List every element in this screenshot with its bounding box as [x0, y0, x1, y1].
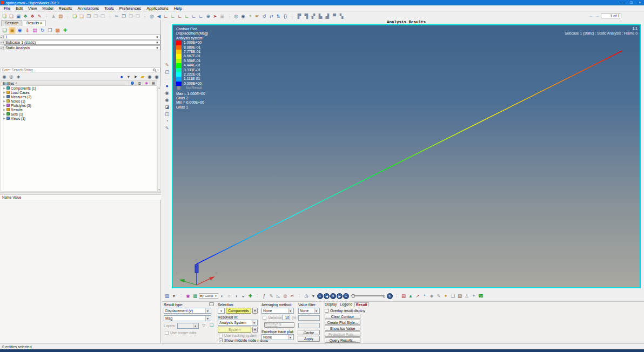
- support-phone-icon[interactable]: ☎: [478, 293, 484, 299]
- organize-icon[interactable]: ❖: [22, 13, 29, 19]
- iso-toggle-icon[interactable]: ▲: [407, 293, 414, 299]
- expand-caret-icon[interactable]: ▶: [3, 117, 5, 120]
- variation-value-field[interactable]: [282, 315, 290, 320]
- tree-scrollbar[interactable]: ▲▼: [157, 86, 161, 192]
- save-session-icon[interactable]: ❏: [8, 13, 15, 19]
- subcase-combo[interactable]: Subcase 1 (static)▼: [4, 40, 160, 45]
- tree-item-load-cases[interactable]: ▶ Load Cases: [1, 90, 157, 94]
- append-results-icon[interactable]: ✚: [62, 27, 69, 34]
- page-edit-icon[interactable]: ✎: [164, 62, 170, 68]
- spring-node-marker[interactable]: [195, 265, 198, 273]
- screen-grab-icon[interactable]: ◎: [149, 13, 155, 19]
- section-cut-icon[interactable]: ✂: [289, 293, 296, 299]
- refresh-results-icon[interactable]: ↻: [39, 27, 46, 34]
- pan-icon[interactable]: ☛: [254, 13, 260, 19]
- view-front-icon[interactable]: ∟: [163, 13, 169, 19]
- add-page-icon[interactable]: ❏: [71, 13, 78, 19]
- value-filter-min-field[interactable]: [298, 315, 320, 321]
- slider-handle[interactable]: [352, 294, 354, 298]
- tile-horizontal-icon[interactable]: ▛: [296, 13, 303, 19]
- view-back-icon[interactable]: ∟: [170, 13, 176, 19]
- clock-dropdown-icon[interactable]: ▾: [310, 293, 317, 299]
- view-left-icon[interactable]: ∟: [177, 13, 183, 19]
- tree-item-measures[interactable]: ▶ Measures (2): [1, 94, 157, 99]
- rotate-icon[interactable]: ↺: [261, 13, 267, 19]
- tree-item-plotstyles[interactable]: ▶ Plotstyles (3): [1, 103, 157, 107]
- search-icon[interactable]: [153, 69, 156, 71]
- exploded-view-icon[interactable]: ✦: [442, 293, 449, 299]
- element-color-icon[interactable]: ◑: [233, 293, 239, 299]
- expand-caret-icon[interactable]: ▶: [3, 108, 5, 111]
- apply-button[interactable]: Apply: [298, 336, 320, 342]
- close-button[interactable]: ×: [635, 0, 644, 5]
- separator[interactable]: ⋮: [289, 13, 296, 19]
- show-midside-checkbox[interactable]: ✓: [219, 339, 223, 342]
- expand-caret-icon[interactable]: ▶: [3, 112, 5, 116]
- page-combo[interactable]: 1▼: [4, 35, 160, 39]
- tile-tall-icon[interactable]: ▟: [324, 13, 331, 19]
- expand-window-icon[interactable]: ❐: [92, 13, 99, 19]
- minimize-button[interactable]: –: [618, 0, 627, 5]
- use-tracking-system-checkbox[interactable]: [219, 334, 223, 337]
- expand-caret-icon[interactable]: ▶: [3, 91, 5, 94]
- display-lens-icon[interactable]: ●: [118, 73, 125, 80]
- wireframe-mesh-icon[interactable]: ○: [226, 293, 232, 299]
- brush-icon[interactable]: ✎: [164, 125, 170, 131]
- subtab-result[interactable]: Result: [354, 302, 369, 307]
- legend-colors-icon[interactable]: ◉: [185, 293, 191, 299]
- column-style[interactable]: ▦: [150, 81, 157, 85]
- menu-view[interactable]: View: [26, 5, 39, 11]
- tensor-toggle-icon[interactable]: *: [421, 293, 428, 299]
- loop-animation-button[interactable]: ↻: [387, 293, 393, 299]
- separator[interactable]: ⋮: [178, 293, 184, 299]
- averaging-options-button[interactable]: Averaging Options...: [264, 322, 294, 328]
- separator[interactable]: ⋮: [64, 13, 71, 19]
- tab-session[interactable]: Session: [1, 20, 22, 26]
- tile-single-icon[interactable]: ▀: [331, 13, 338, 19]
- tree-item-sets[interactable]: ▶ Sets (1): [1, 112, 157, 116]
- menu-results[interactable]: Results: [57, 5, 75, 11]
- averaging-method-combo[interactable]: None▼: [261, 308, 294, 314]
- open-model-icon[interactable]: ▣: [9, 27, 16, 34]
- tile-custom-icon[interactable]: ▚: [338, 13, 345, 19]
- separator[interactable]: ⋮: [226, 13, 232, 19]
- subtab-display[interactable]: Display: [324, 302, 338, 307]
- system-collector-button[interactable]: System: [218, 327, 251, 333]
- last-frame-button[interactable]: »: [343, 293, 349, 299]
- tab-results[interactable]: Results ×: [23, 20, 46, 26]
- paste-special-icon[interactable]: ❒: [135, 13, 141, 19]
- feature-lines-icon[interactable]: ◒: [240, 293, 246, 299]
- separator[interactable]: ⋮: [393, 293, 400, 299]
- center-view-icon[interactable]: (): [282, 13, 289, 19]
- analysis-combo[interactable]: Static Analysis▼: [4, 45, 160, 50]
- overlay-results-icon[interactable]: ▩: [54, 27, 61, 34]
- layer-stack-icon[interactable]: ❏: [210, 323, 213, 328]
- panel-expand-button[interactable]: [209, 302, 214, 306]
- model-viewport[interactable]: X Y Z Contour Plot Displacement(Mag) Ana…: [172, 24, 641, 288]
- entities-title[interactable]: Entities: [1, 82, 14, 85]
- menu-annotations[interactable]: Annotations: [76, 5, 102, 11]
- previous-view-icon[interactable]: ◀: [156, 13, 162, 19]
- tree-item-views[interactable]: ▶ Views (1): [1, 116, 157, 120]
- show-iso-value-button[interactable]: Show Iso Value: [325, 326, 360, 331]
- pages-icon[interactable]: ▤: [57, 13, 64, 19]
- sort-icon[interactable]: ˄: [15, 82, 128, 85]
- overlay-result-checkbox[interactable]: [325, 309, 328, 313]
- isolate-entities-icon[interactable]: ◈: [15, 73, 22, 80]
- view-iso-icon[interactable]: ⊕: [205, 13, 211, 19]
- result-component-combo[interactable]: Mag▼: [164, 315, 211, 321]
- page-number-field[interactable]: 1 of 1: [601, 13, 621, 18]
- menu-tools[interactable]: Tools: [102, 5, 116, 11]
- tree-item-results[interactable]: ▶ Results: [1, 107, 157, 112]
- eye-restore-icon[interactable]: ◉: [164, 90, 170, 96]
- contour-edit-icon[interactable]: ✎: [435, 293, 442, 299]
- contour-mode-icon[interactable]: ▥: [164, 293, 170, 299]
- separator[interactable]: ⋮: [43, 13, 50, 19]
- result-display-icon[interactable]: ▩: [192, 293, 198, 299]
- create-plot-style-button[interactable]: Create Plot Style...: [325, 320, 360, 325]
- column-info[interactable]: i: [129, 81, 136, 85]
- tile-wide-icon[interactable]: ▙: [317, 13, 324, 19]
- save-all-icon[interactable]: ▣: [15, 13, 22, 19]
- result-type-combo[interactable]: Displacement (v)▼: [164, 308, 211, 314]
- selection-type-combo[interactable]: ▼: [218, 308, 225, 314]
